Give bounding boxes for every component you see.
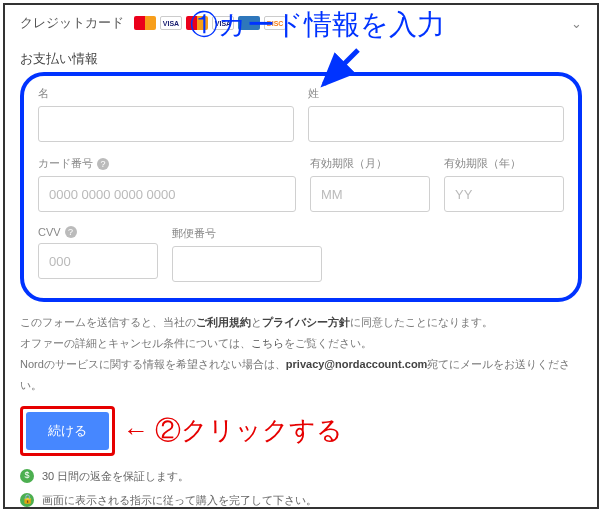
exp-month-field: 有効期限（月）	[310, 156, 430, 212]
form-highlight-box: 名 姓 カード番号 ? 有効期限（月） 有効期限（年）	[20, 72, 582, 302]
cvv-label: CVV ?	[38, 226, 158, 238]
legal-line3-a: Nordのサービスに関する情報を希望されない場合は、	[20, 358, 286, 370]
footer-notes: $ 30 日間の返金を保証します。 🔒 画面に表示される指示に従って購入を完了し…	[20, 468, 582, 512]
annotation-step2: ②クリックする	[155, 413, 343, 448]
card-number-label: カード番号 ?	[38, 156, 296, 171]
continue-button[interactable]: 続ける	[26, 412, 109, 450]
legal-line2-b: をご覧ください。	[284, 337, 372, 349]
card-number-field: カード番号 ?	[38, 156, 296, 212]
exp-year-field: 有効期限（年）	[444, 156, 564, 212]
first-name-field: 名	[38, 86, 294, 142]
credit-card-label: クレジットカード	[20, 14, 124, 32]
lock-icon: 🔒	[20, 493, 34, 507]
postal-field: 郵便番号	[172, 226, 322, 282]
chevron-down-icon[interactable]: ⌄	[571, 16, 582, 31]
payment-panel: クレジットカード VISA VISA DISC ⌄ ①カード情報を入力 お支払い…	[0, 0, 602, 512]
legal-line1-b: に同意したことになります。	[350, 316, 493, 328]
arrow-icon	[316, 46, 366, 96]
cvv-label-text: CVV	[38, 226, 61, 238]
cvv-input[interactable]	[38, 243, 158, 279]
exp-month-input[interactable]	[310, 176, 430, 212]
cvv-field: CVV ?	[38, 226, 158, 282]
postal-label: 郵便番号	[172, 226, 322, 241]
offer-details-link[interactable]: こちら	[251, 337, 284, 349]
exp-year-input[interactable]	[444, 176, 564, 212]
annotation-step1: ①カード情報を入力	[190, 6, 445, 44]
legal-line2-a: オファーの詳細とキャンセル条件については、	[20, 337, 251, 349]
svg-line-0	[324, 50, 358, 84]
instruction-note: 画面に表示される指示に従って購入を完了して下さい。	[42, 492, 317, 509]
exp-month-label: 有効期限（月）	[310, 156, 430, 171]
visa-icon: VISA	[160, 16, 182, 30]
payment-info-title: お支払い情報	[20, 50, 582, 68]
legal-line1-a: このフォームを送信すると、当社の	[20, 316, 196, 328]
arrow-left-icon: ←	[123, 415, 149, 446]
first-name-input[interactable]	[38, 106, 294, 142]
dollar-icon: $	[20, 469, 34, 483]
refund-note: 30 日間の返金を保証します。	[42, 468, 189, 485]
legal-text: このフォームを送信すると、当社のご利用規約とプライバシー方針に同意したことになり…	[20, 312, 582, 396]
last-name-input[interactable]	[308, 106, 564, 142]
first-name-label: 名	[38, 86, 294, 101]
legal-and: と	[251, 316, 262, 328]
card-number-input[interactable]	[38, 176, 296, 212]
help-icon[interactable]: ?	[65, 226, 77, 238]
privacy-link[interactable]: プライバシー方針	[262, 316, 350, 328]
button-highlight-box: 続ける	[20, 406, 115, 456]
terms-link[interactable]: ご利用規約	[196, 316, 251, 328]
annotation-step2-wrap: ← ②クリックする	[123, 413, 343, 448]
exp-year-label: 有効期限（年）	[444, 156, 564, 171]
help-icon[interactable]: ?	[97, 158, 109, 170]
privacy-email[interactable]: privacy@nordaccount.com	[286, 358, 428, 370]
mastercard-icon	[134, 16, 156, 30]
postal-input[interactable]	[172, 246, 322, 282]
card-number-label-text: カード番号	[38, 156, 93, 171]
